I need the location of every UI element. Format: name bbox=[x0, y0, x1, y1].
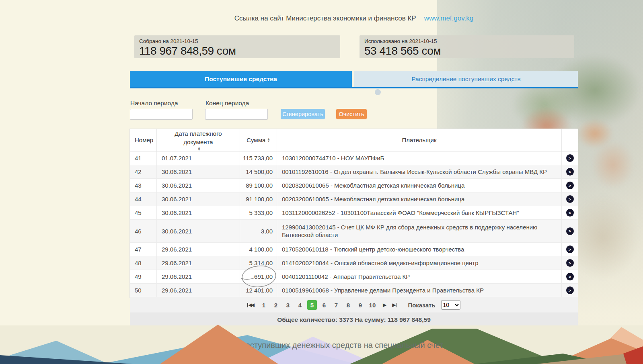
row-detail-button[interactable]: > bbox=[566, 227, 574, 235]
cell-amount: 91 100,00 bbox=[240, 192, 277, 206]
page-number-5[interactable]: 5 bbox=[307, 300, 317, 310]
row-detail-button[interactable]: > bbox=[566, 209, 574, 217]
header-date[interactable]: Дата платежного документа ▲▼ bbox=[157, 129, 240, 151]
generate-button[interactable]: Сгенерировать bbox=[281, 109, 325, 119]
chevron-right-icon: > bbox=[569, 211, 571, 215]
table-row: 4430.06.202191 100,0000203200610065 - Ме… bbox=[130, 192, 578, 206]
chevron-right-icon: > bbox=[569, 229, 571, 233]
cell-action: > bbox=[562, 243, 578, 256]
payments-table: Номер Дата платежного документа ▲▼ Сумма… bbox=[130, 129, 578, 297]
cell-payer: 1030120000744710 - НОУ МАУПФиБ bbox=[277, 151, 562, 165]
page-number-1[interactable]: 1 bbox=[259, 300, 269, 310]
cell-action: > bbox=[562, 256, 578, 270]
page-number-7[interactable]: 7 bbox=[331, 300, 341, 310]
ministry-link[interactable]: www.mef.gov.kg bbox=[424, 14, 474, 22]
start-period-input[interactable] bbox=[130, 109, 193, 120]
cell-number: 42 bbox=[130, 165, 157, 178]
cell-amount: 5 314,00 bbox=[240, 256, 277, 270]
row-detail-button[interactable]: > bbox=[566, 168, 574, 176]
page: { "header": { "label": "Ссылка на сайт М… bbox=[0, 0, 643, 364]
page-number-3[interactable]: 3 bbox=[283, 300, 293, 310]
cell-action: > bbox=[562, 270, 578, 283]
cell-payer: 00101192610016 - Отдел охраны г. Балыкчы… bbox=[277, 165, 562, 178]
sort-icon[interactable]: ▲▼ bbox=[267, 138, 270, 142]
footer-mountains bbox=[0, 312, 643, 364]
cell-number: 45 bbox=[130, 206, 157, 219]
row-detail-button[interactable]: > bbox=[566, 195, 574, 203]
cell-date: 30.06.2021 bbox=[157, 165, 240, 178]
header-payer: Плательщик bbox=[277, 129, 562, 151]
end-period-input[interactable] bbox=[205, 109, 268, 120]
cell-payer: 00203200610065 - Межобластная детская кл… bbox=[277, 179, 562, 192]
collected-value: 118 967 848,59 сом bbox=[139, 45, 340, 57]
clear-button[interactable]: Очистить bbox=[336, 109, 367, 119]
cell-date: 29.06.2021 bbox=[157, 270, 240, 283]
cell-date: 30.06.2021 bbox=[157, 192, 240, 206]
footer-caption: поступивших денежных средств на специаль… bbox=[241, 341, 443, 350]
cell-number: 50 bbox=[130, 284, 157, 297]
cell-date: 01.07.2021 bbox=[157, 151, 240, 165]
sort-icon[interactable]: ▲▼ bbox=[197, 147, 200, 151]
row-detail-button[interactable]: > bbox=[566, 286, 574, 294]
row-detail-button[interactable]: > bbox=[566, 273, 574, 280]
cell-action: > bbox=[562, 192, 578, 206]
table-header-row: Номер Дата платежного документа ▲▼ Сумма… bbox=[130, 129, 578, 151]
used-label: Использовано на 2021-10-15 bbox=[364, 38, 574, 44]
header-number: Номер bbox=[130, 129, 157, 151]
chevron-right-icon: > bbox=[569, 156, 571, 161]
cell-amount: 14 500,00 bbox=[240, 165, 277, 178]
cell-number: 43 bbox=[130, 179, 157, 192]
cell-number: 41 bbox=[130, 151, 157, 165]
cell-payer: 1299004130020145 - Счет ЦК МФ КР для сбо… bbox=[277, 220, 562, 242]
table-row: 4630.06.20213,001299004130020145 - Счет … bbox=[130, 220, 578, 243]
collected-label: Собрано на 2021-10-15 bbox=[139, 38, 340, 44]
page-number-8[interactable]: 8 bbox=[343, 300, 353, 310]
end-period-label: Конец периода bbox=[205, 100, 249, 107]
last-page-icon[interactable]: ▶ bbox=[392, 302, 396, 308]
tab-distribution-funds[interactable]: Распределение поступивших средств bbox=[354, 71, 578, 87]
cell-action: > bbox=[562, 165, 578, 178]
chevron-right-icon: > bbox=[569, 197, 571, 202]
table-row: 4330.06.202189 100,0000203200610065 - Ме… bbox=[130, 179, 578, 192]
cell-amount: 115 733,00 bbox=[240, 151, 277, 165]
header-amount[interactable]: Сумма ▲▼ bbox=[240, 129, 277, 151]
cell-action: > bbox=[562, 220, 578, 242]
chevron-right-icon: > bbox=[569, 274, 571, 279]
next-page-icon[interactable]: ▶ bbox=[383, 302, 386, 308]
table-body: 4101.07.2021115 733,001030120000744710 -… bbox=[130, 151, 578, 297]
cell-date: 30.06.2021 bbox=[157, 206, 240, 219]
row-detail-button[interactable]: > bbox=[566, 154, 574, 162]
first-page-icon[interactable]: ◀◀ bbox=[247, 302, 253, 308]
cell-number: 49 bbox=[130, 270, 157, 283]
page-number-4[interactable]: 4 bbox=[295, 300, 305, 310]
row-detail-button[interactable]: > bbox=[566, 245, 574, 253]
cell-date: 30.06.2021 bbox=[157, 220, 240, 242]
collected-card: Собрано на 2021-10-15 118 967 848,59 сом bbox=[134, 35, 340, 58]
cell-number: 46 bbox=[130, 220, 157, 242]
row-detail-button[interactable]: > bbox=[566, 182, 574, 189]
row-detail-button[interactable]: > bbox=[566, 259, 574, 267]
cell-amount: 89 100,00 bbox=[240, 179, 277, 192]
page-number-9[interactable]: 9 bbox=[355, 300, 365, 310]
cell-action: > bbox=[562, 151, 578, 165]
table-row: 4929.06.2021691,0000401201110042 - Аппар… bbox=[130, 270, 578, 284]
header-actions bbox=[562, 129, 578, 151]
page-number-6[interactable]: 6 bbox=[319, 300, 329, 310]
cell-date: 30.06.2021 bbox=[157, 179, 240, 192]
page-number-10[interactable]: 10 bbox=[368, 300, 377, 310]
page-size-select[interactable]: 10 bbox=[441, 300, 460, 310]
page-number-2[interactable]: 2 bbox=[271, 300, 281, 310]
ministry-link-label: Ссылка на сайт Министерства экономики и … bbox=[234, 14, 416, 22]
table-row: 4829.06.20215 314,0001410200210044 - Ошс… bbox=[130, 256, 578, 270]
cell-date: 29.06.2021 bbox=[157, 256, 240, 270]
chevron-right-icon: > bbox=[569, 261, 571, 266]
cell-action: > bbox=[562, 206, 578, 219]
cell-payer: 01005199610068 - Управление делами Прези… bbox=[277, 284, 562, 297]
cell-payer: 00401201110042 - Аппарат Правительства К… bbox=[277, 270, 562, 283]
table-row: 4530.06.20215 333,001031120000026252 - 1… bbox=[130, 206, 578, 220]
cell-number: 48 bbox=[130, 256, 157, 270]
cell-amount: 3,00 bbox=[240, 220, 277, 242]
cell-amount: 5 333,00 bbox=[240, 206, 277, 219]
tab-incoming-funds[interactable]: Поступившие средства bbox=[130, 71, 352, 87]
tab-underline bbox=[130, 87, 578, 88]
